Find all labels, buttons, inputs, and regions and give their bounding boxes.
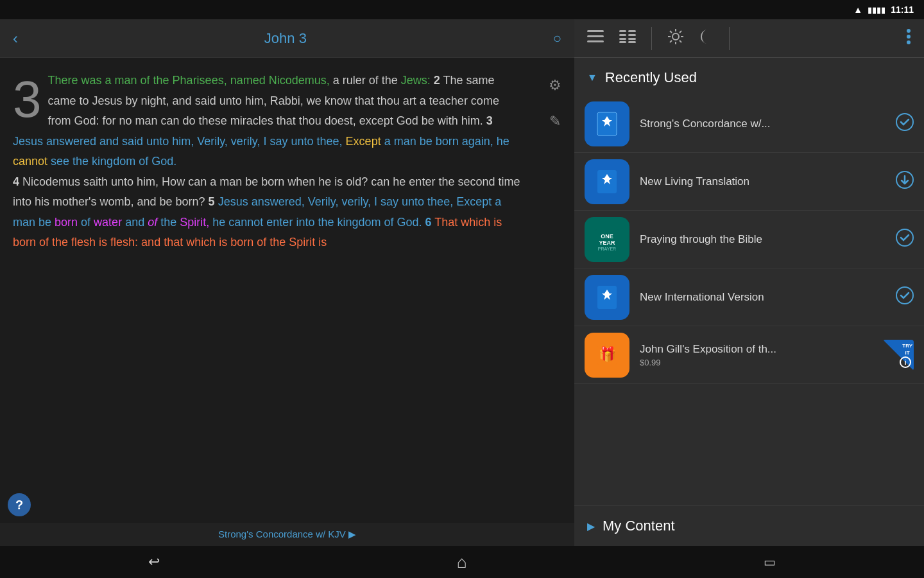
- svg-line-19: [670, 40, 672, 42]
- resource-icon-oneyear: ONEYEARPRAYER: [585, 217, 629, 262]
- bible-text-area: 3 There was a man of the Pharisees, name…: [0, 58, 574, 523]
- verse-segment: There was a man of the Pharisees, named …: [48, 74, 330, 87]
- svg-point-21: [907, 35, 911, 39]
- brightness-icon[interactable]: [667, 28, 684, 49]
- svg-rect-8: [628, 34, 636, 36]
- wifi-icon: ▲: [853, 4, 862, 15]
- svg-rect-1: [587, 35, 604, 37]
- svg-rect-5: [619, 38, 626, 40]
- svg-point-38: [896, 287, 913, 304]
- recently-used-label: Recently Used: [605, 69, 697, 86]
- resource-icon-johngill: 🎁: [585, 333, 629, 378]
- my-content-arrow: ▶: [587, 520, 595, 532]
- svg-text:PRAYER: PRAYER: [598, 247, 616, 251]
- verse-segment: water: [94, 216, 122, 229]
- info-icon: i: [900, 356, 911, 368]
- svg-rect-9: [628, 38, 636, 40]
- toolbar-separator-2: [729, 27, 730, 50]
- strongs-label: Strong's Concordance w/ KJV ▶: [218, 529, 356, 540]
- resource-name: Strong's Concordance w/...: [640, 118, 886, 130]
- check-icon: [896, 229, 914, 250]
- back-nav-button[interactable]: ↩: [148, 554, 160, 570]
- try-it-badge[interactable]: TRYIT i: [883, 340, 914, 371]
- section-collapse-arrow: ▼: [587, 72, 597, 83]
- resource-icon-niv: [585, 275, 629, 320]
- svg-rect-2: [587, 40, 604, 42]
- verse-segment: a man be born again, he: [384, 135, 509, 148]
- check-icon: [896, 113, 914, 135]
- strongs-bar[interactable]: Strong's Concordance w/ KJV ▶: [0, 523, 574, 546]
- resource-list: Strong's Concordance w/... New Living Tr…: [574, 95, 924, 505]
- resource-icon-nlt: [585, 159, 629, 204]
- side-tools: ⚙ ✎: [536, 58, 574, 130]
- columns-icon[interactable]: [619, 30, 636, 47]
- clock: 11:11: [891, 4, 914, 15]
- recents-nav-button[interactable]: ▭: [764, 554, 776, 570]
- list-item[interactable]: ONEYEARPRAYER Praying through the Bible: [574, 211, 924, 268]
- svg-point-35: [896, 229, 913, 246]
- svg-rect-6: [619, 41, 626, 43]
- verse-segment: Except: [346, 135, 381, 148]
- download-icon: [896, 171, 914, 193]
- svg-rect-10: [628, 41, 636, 43]
- verse-segment: of: [81, 216, 94, 229]
- svg-rect-7: [628, 30, 636, 32]
- right-toolbar: [574, 19, 924, 58]
- top-nav: ‹ John 3 ○: [0, 19, 574, 58]
- verse-segment: see the kingdom of God.: [51, 155, 176, 168]
- resource-name: John Gill's Exposition of th...: [640, 343, 873, 356]
- resource-info: Praying through the Bible: [640, 233, 886, 246]
- my-content-label: My Content: [603, 518, 675, 534]
- resource-info: Strong's Concordance w/...: [640, 118, 886, 130]
- back-button[interactable]: ‹: [13, 30, 18, 48]
- help-button[interactable]: ?: [8, 493, 31, 516]
- svg-point-20: [907, 29, 911, 33]
- verse-text: There was a man of the Pharisees, named …: [13, 74, 520, 249]
- svg-rect-4: [619, 34, 626, 36]
- list-item[interactable]: New Living Translation: [574, 153, 924, 211]
- verse-segment: the: [160, 216, 180, 229]
- status-bar: ▲ ▮▮▮▮ 11:11: [0, 0, 924, 19]
- chapter-number: 3: [13, 74, 42, 125]
- night-mode-icon[interactable]: [699, 28, 714, 49]
- verse-segment: and: [125, 216, 148, 229]
- list-item[interactable]: New International Version: [574, 268, 924, 326]
- bible-panel: ‹ John 3 ○ 3 There was a man of the Phar…: [0, 19, 574, 546]
- verse-segment: Jesus answered and said unto him, Verily…: [13, 135, 346, 148]
- settings-icon[interactable]: ⚙: [549, 77, 561, 94]
- verse-segment: Spirit,: [180, 216, 209, 229]
- resource-info: New Living Translation: [640, 175, 886, 188]
- svg-point-11: [672, 33, 679, 40]
- search-button[interactable]: ○: [553, 30, 561, 47]
- battery-icon: ▮▮▮▮: [868, 5, 886, 15]
- verse-segment: of: [148, 216, 157, 229]
- toolbar-separator: [651, 27, 652, 50]
- more-options-icon[interactable]: [906, 28, 911, 49]
- svg-rect-0: [587, 30, 604, 32]
- list-item[interactable]: Strong's Concordance w/...: [574, 95, 924, 153]
- resource-price: $0.99: [640, 358, 873, 367]
- list-item[interactable]: 🎁 John Gill's Exposition of th... $0.99 …: [574, 326, 924, 384]
- svg-text:🎁: 🎁: [599, 346, 617, 363]
- resource-info: New International Version: [640, 291, 886, 304]
- svg-line-16: [670, 31, 672, 33]
- verse-segment: Jews:: [401, 74, 431, 87]
- resource-info: John Gill's Exposition of th... $0.99: [640, 343, 873, 367]
- verse-segment: he cannot enter into the kingdom of God.…: [212, 216, 434, 229]
- resource-name: Praying through the Bible: [640, 233, 886, 246]
- right-panel: ▼ Recently Used Strong's Concordance w/.…: [574, 19, 924, 546]
- my-content-header[interactable]: ▶ My Content: [574, 505, 924, 546]
- edit-icon[interactable]: ✎: [549, 113, 561, 130]
- verse-segment: born: [55, 216, 78, 229]
- main-layout: ‹ John 3 ○ 3 There was a man of the Phar…: [0, 19, 924, 546]
- hamburger-icon[interactable]: [587, 30, 604, 47]
- bottom-nav: ↩ ⌂ ▭: [0, 546, 924, 578]
- resource-name: New Living Translation: [640, 175, 886, 188]
- recently-used-header[interactable]: ▼ Recently Used: [574, 58, 924, 95]
- chapter-title[interactable]: John 3: [264, 30, 307, 47]
- svg-text:YEAR: YEAR: [599, 240, 615, 246]
- resource-name: New International Version: [640, 291, 886, 304]
- home-nav-button[interactable]: ⌂: [457, 552, 467, 572]
- verse-segment: cannot: [13, 155, 47, 168]
- svg-point-26: [896, 114, 913, 130]
